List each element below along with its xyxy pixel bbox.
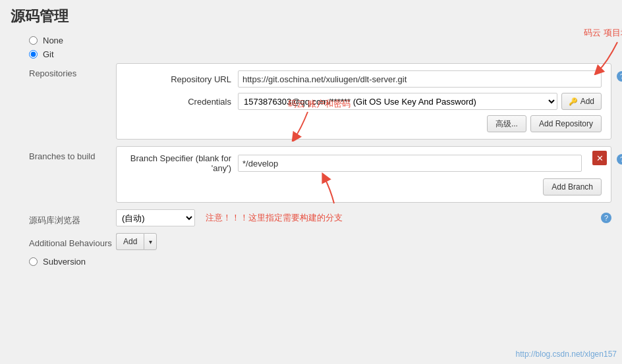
repo-url-input[interactable] <box>238 70 602 88</box>
branch-specifier-row: Branch Specifier (blank for 'any') <box>126 153 602 173</box>
repo-url-row: Repository URL <box>126 70 602 88</box>
branch-specifier-label: Branch Specifier (blank for 'any') <box>126 153 238 173</box>
delete-branch-button[interactable]: ✕ <box>592 151 607 165</box>
page-title: 源码管理 <box>11 7 611 26</box>
branches-content: ✕ Branch Specifier (blank for 'any') Add… <box>116 146 611 203</box>
repositories-bottom-actions: 高级... Add Repository <box>126 115 602 132</box>
add-credentials-button[interactable]: 🔑 Add <box>561 93 602 110</box>
add-caret-button[interactable]: ▾ <box>144 233 157 250</box>
repositories-section: Repositories Repository URL Credentials … <box>11 63 611 140</box>
git-label: Git <box>43 49 54 59</box>
advanced-button[interactable]: 高级... <box>487 115 526 132</box>
browser-select[interactable]: (自动) <box>116 209 195 226</box>
branches-bottom-actions: Add Branch <box>126 178 602 195</box>
add-split-button: Add ▾ <box>116 233 157 250</box>
credentials-select[interactable]: 1573876303@qq.com/****** (Git OS Use Key… <box>238 93 557 110</box>
repositories-label: Repositories <box>11 63 116 78</box>
branch-specifier-input[interactable] <box>238 155 582 172</box>
git-radio[interactable] <box>29 50 38 59</box>
credentials-row: Credentials 1573876303@qq.com/****** (Gi… <box>126 93 602 110</box>
browser-help-icon[interactable]: ? <box>601 213 611 223</box>
branches-section: Branches to build ✕ Branch Specifier (bl… <box>11 146 611 203</box>
none-radio[interactable] <box>29 36 38 45</box>
add-repository-button[interactable]: Add Repository <box>530 115 602 132</box>
subversion-radio-row: Subversion <box>11 257 611 267</box>
repo-url-label: Repository URL <box>126 74 238 84</box>
key-icon: 🔑 <box>569 97 578 106</box>
subversion-radio[interactable] <box>29 257 38 266</box>
browser-label: 源码库浏览器 <box>11 209 116 226</box>
none-label: None <box>43 36 63 45</box>
add-branch-button[interactable]: Add Branch <box>543 178 602 195</box>
browser-annotation: 注意！！！这里指定需要构建的分支 <box>206 212 343 224</box>
git-radio-row: Git <box>11 49 611 59</box>
add-main-button[interactable]: Add <box>116 233 144 250</box>
additional-label: Additional Behaviours <box>11 233 116 248</box>
credentials-label: Credentials <box>126 97 238 107</box>
none-radio-row: None <box>11 36 611 45</box>
branches-help-icon[interactable]: ? <box>617 154 622 165</box>
browser-section: 源码库浏览器 (自动) 注意！！！这里指定需要构建的分支 ? <box>11 209 611 226</box>
watermark: http://blog.csdn.net/xlgen157 <box>516 350 617 359</box>
add-credentials-label: Add <box>580 97 594 106</box>
branches-label: Branches to build <box>11 146 116 161</box>
repositories-help-icon[interactable]: ? <box>617 71 622 82</box>
additional-section: Additional Behaviours Add ▾ <box>11 233 611 250</box>
subversion-label: Subversion <box>43 257 86 267</box>
repositories-content: Repository URL Credentials 1573876303@qq… <box>116 63 611 140</box>
